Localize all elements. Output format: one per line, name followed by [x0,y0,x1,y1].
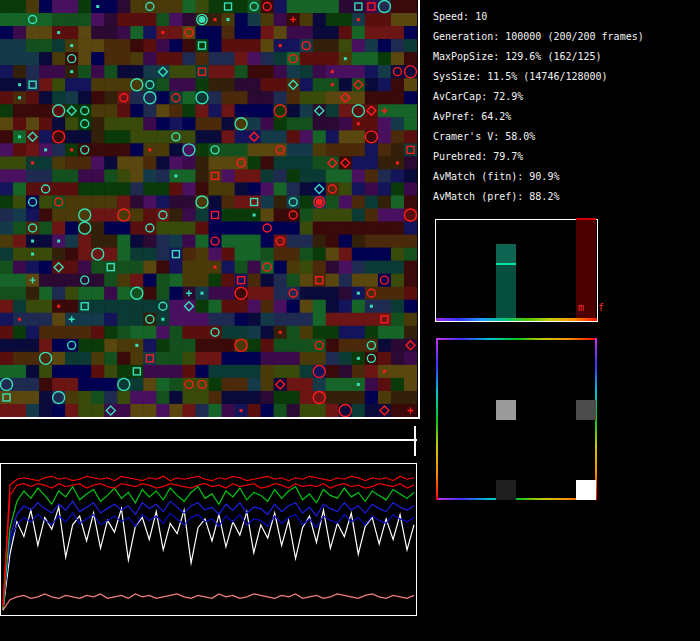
heatmap-border-bottom [436,498,597,500]
stat-avmatch-pref: AvMatch (pref): 88.2% [433,187,698,207]
sex-population-barchart: m f [435,219,598,322]
stat-maxpopsize: MaxPopSize: 129.6% (162/125) [433,47,698,67]
trait-hue-axis [436,318,597,321]
heatmap-cell [576,480,596,500]
stat-cramers-v: Cramer's V: 58.0% [433,127,698,147]
male-female-label: m f [578,302,608,313]
stats-panel: Speed: 10 Generation: 100000 (200/200 fr… [433,7,698,207]
stat-avpref: AvPref: 64.2% [433,107,698,127]
heatmap-border-top [436,338,597,340]
stat-avmatch-fitn: AvMatch (fitn): 90.9% [433,167,698,187]
population-grid-view[interactable] [0,0,417,417]
stat-purebred: Purebred: 79.7% [433,147,698,167]
grid-bottom-separator [0,417,420,419]
stat-avcarcap: AvCarCap: 72.9% [433,87,698,107]
bar-top-zone [496,244,516,263]
heatmap-border-left [436,338,438,500]
trait-matching-heatmap [436,338,597,500]
stat-syssize: SysSize: 11.5% (14746/128000) [433,67,698,87]
heatmap-cell [576,400,596,420]
heatmap-cell [496,480,516,500]
heatmap-cell [496,400,516,420]
stat-generation: Generation: 100000 (200/200 frames) [433,27,698,47]
right-population-bar: m f [576,218,596,321]
frame-progress-endcap [414,426,416,456]
timeseries-chart [0,463,417,616]
frame-progress-bar [0,439,417,441]
bar-cap [576,218,596,220]
panel-divider [418,0,420,419]
stat-speed: Speed: 10 [433,7,698,27]
bar-marker-line [496,263,516,265]
left-population-bar [496,244,516,321]
